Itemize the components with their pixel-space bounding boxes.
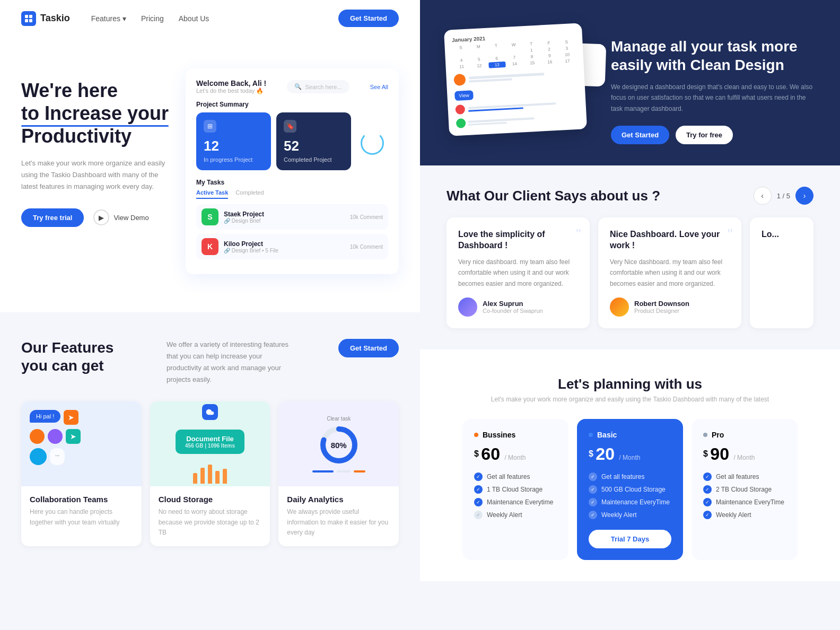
testimonials-title: What Our Client Says about us ? (447, 187, 660, 205)
plan-dot-pro (703, 433, 707, 437)
feature-item: ✓ 1 TB Cloud Storage (474, 485, 557, 494)
view-demo-button[interactable]: ▶ View Demo (93, 209, 148, 225)
testimonial-card-2: " Nice Dashboard. Love your work ! Very … (598, 217, 741, 328)
next-page-button[interactable]: › (795, 187, 813, 205)
right-top-section: January 2021 SMTWTFS 123 45678910 111213… (420, 0, 840, 165)
right-top-text: Manage all your task more easily with Cl… (611, 27, 813, 144)
try-for-free-button[interactable]: Try for free (676, 126, 733, 144)
pricing-card-pro: Pro $ 90 / Month ✓ Get all features ✓ 2 … (692, 419, 798, 560)
nav-pricing[interactable]: Pricing (141, 14, 164, 23)
check-icon: ✓ (474, 485, 483, 494)
features-title: Our Features you can get (21, 339, 127, 374)
task-icon-2: K (202, 238, 218, 255)
project-cards: ⊞ 12 In progress Project 🔖 52 Completed … (196, 112, 388, 170)
check-icon: ✓ (474, 472, 483, 481)
plan-basic-name: Basic (589, 431, 671, 439)
svg-rect-3 (29, 19, 32, 22)
testimonial3-title-partial: Lo... (762, 229, 802, 240)
nav-about[interactable]: About Us (179, 14, 209, 23)
check-icon: ✓ (589, 472, 597, 481)
play-icon: ▶ (93, 209, 109, 225)
quote-icon-2: " (728, 226, 733, 243)
feature-card-analytics: Clear task 80% (278, 401, 399, 546)
avatar-3 (30, 448, 47, 465)
nav-cta-button[interactable]: Get Started (338, 10, 399, 27)
dashboard-preview: Welcome Back, Ali ! Let's do the best to… (186, 68, 399, 274)
feature-item: ✓ Weekly Alert (703, 511, 786, 519)
completed-card: 🔖 52 Completed Project (276, 112, 351, 170)
author1-role: Co-founder of Swaprun (483, 308, 543, 314)
bar-chart (193, 462, 227, 484)
testimonial-cards: " Love the simplicity of Dashboard ! Ver… (447, 217, 813, 328)
features-header: Our Features you can get We offer a vari… (21, 339, 399, 386)
prev-page-button[interactable]: ‹ (754, 187, 772, 205)
donut-chart: 80% (318, 424, 360, 466)
in-progress-label: In progress Project (204, 156, 264, 163)
plan-dot-business (474, 433, 478, 437)
feature-card-collaboration: Hi pal ! ➤ ➤ ... (21, 401, 142, 546)
plan-basic-price: $ 20 / Month (589, 444, 671, 464)
feature-item: ✓ 2 TB Cloud Storage (703, 485, 786, 494)
dash-search[interactable]: 🔍 Search here... (287, 80, 349, 93)
pricing-cards: Bussines $ 60 / Month ✓ Get all features… (447, 419, 813, 560)
testimonial2-title: Nice Dashboard. Love your work ! (610, 229, 730, 251)
plan-basic-features: ✓ Get all features ✓ 500 GB Cloud Storag… (589, 472, 671, 519)
pricing-section: Let's planning with us Let's make your w… (420, 349, 840, 581)
tab-completed[interactable]: Completed (235, 189, 264, 199)
page-indicator: 1 / 5 (777, 192, 790, 200)
nav-features[interactable]: Features ▾ (91, 14, 126, 23)
svg-rect-0 (25, 15, 28, 18)
doc-card: Document File 456 GB | 1096 Items (176, 430, 244, 454)
storage-visual: Document File 456 GB | 1096 Items (150, 401, 270, 486)
cloud-icon (202, 404, 218, 420)
testimonial-card-1: " Love the simplicity of Dashboard ! Ver… (447, 217, 590, 328)
progress-circle (361, 132, 384, 155)
dashboard-mockup-main: January 2021 SMTWTFS 123 45678910 111213… (444, 23, 587, 136)
testimonial1-text: Very nice dashboard. my team also feel c… (458, 257, 578, 289)
trial-7-days-button[interactable]: Trial 7 Days (589, 530, 671, 548)
feature-item: ✓ Get all features (474, 472, 557, 481)
task1-comment: 10k Comment (350, 214, 383, 220)
check-icon: ✓ (474, 498, 483, 506)
reply-icon: ➤ (66, 429, 81, 444)
dash-welcome: Welcome Back, Ali ! (196, 79, 266, 88)
dash-header: Welcome Back, Ali ! Let's do the best to… (196, 79, 388, 94)
completed-label: Completed Project (284, 156, 344, 163)
author-avatar-2 (610, 298, 629, 317)
completed-number: 52 (284, 138, 344, 154)
search-icon: 🔍 (294, 83, 302, 90)
pricing-card-basic: Basic $ 20 / Month ✓ Get all features ✓ … (577, 419, 683, 560)
task-tabs: Active Task Completed (196, 189, 388, 199)
get-started-button[interactable]: Get Started (611, 126, 669, 144)
task2-name: Kiloo Project (224, 240, 345, 248)
check-icon: ✓ (589, 511, 597, 519)
features-get-started-button[interactable]: Get Started (338, 339, 399, 357)
bookmark-icon: 🔖 (284, 120, 296, 133)
tab-active-task[interactable]: Active Task (196, 189, 228, 199)
author2-name: Robert Downson (634, 300, 689, 308)
testimonials-section: What Our Client Says about us ? ‹ 1 / 5 … (420, 165, 840, 349)
svg-rect-1 (29, 15, 32, 18)
hero-description: Let's make your work more organize and e… (21, 158, 170, 192)
testimonial2-text: Very Nice dashboard. my team also feel c… (610, 257, 730, 289)
in-progress-card: ⊞ 12 In progress Project (196, 112, 271, 170)
check-icon: ✓ (589, 498, 597, 506)
card2-title: Cloud Storage (159, 495, 262, 504)
send-icon: ➤ (64, 410, 78, 425)
project-summary-label: Project Summary (196, 101, 388, 108)
hero-text: We're here to Increase your Productivity… (21, 68, 170, 227)
try-free-trial-button[interactable]: Try free trial (21, 208, 84, 227)
collaboration-visual: Hi pal ! ➤ ➤ ... (21, 401, 142, 486)
feature-item: ✓ Maintenance EveryTime (589, 498, 671, 506)
hero-actions: Try free trial ▶ View Demo (21, 208, 170, 227)
right-top-title: Manage all your task more easily with Cl… (611, 37, 813, 74)
task2-meta: 🔗 Design Brief • 5 File (224, 248, 345, 253)
plan-business-features: ✓ Get all features ✓ 1 TB Cloud Storage … (474, 472, 557, 519)
feature-item: ✓ Weekly Alert (589, 511, 671, 519)
brand-name: Taskio (40, 13, 70, 24)
plan-business-name: Bussines (474, 431, 557, 439)
hero-section: We're here to Increase your Productivity… (0, 37, 420, 312)
see-all-link[interactable]: See All (370, 84, 388, 90)
testimonial1-title: Love the simplicity of Dashboard ! (458, 229, 578, 251)
card2-desc: No need to worry about storage because w… (159, 507, 262, 538)
